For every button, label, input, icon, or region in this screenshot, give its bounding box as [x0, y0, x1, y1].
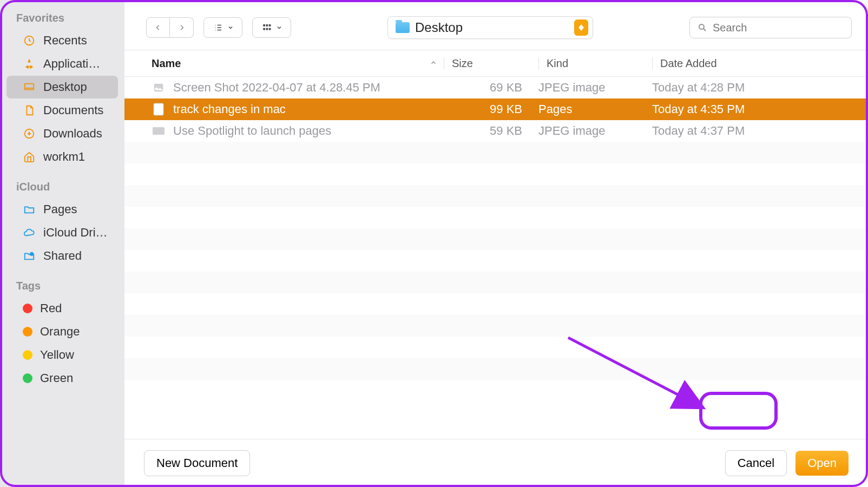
- home-icon: [23, 150, 36, 163]
- column-size[interactable]: Size: [444, 57, 538, 70]
- file-row[interactable]: track changes in mac 99 KB Pages Today a…: [124, 98, 868, 120]
- pages-file-icon: [152, 102, 166, 116]
- sidebar-label: Desktop: [43, 80, 87, 94]
- apps-icon: [23, 57, 36, 70]
- image-file-icon: [152, 124, 166, 138]
- forward-button[interactable]: [170, 17, 194, 38]
- file-date: Today at 4:28 PM: [652, 81, 868, 95]
- tag-dot-icon: [23, 350, 32, 360]
- cancel-button[interactable]: Cancel: [725, 450, 787, 476]
- sidebar-label: Downloads: [43, 127, 102, 141]
- sidebar-label: workm1: [43, 150, 85, 164]
- sidebar-item-pages[interactable]: Pages: [6, 198, 118, 221]
- column-headers: Name Size Kind Date Added: [124, 50, 868, 77]
- chevron-down-icon: [227, 24, 234, 31]
- location-label: Desktop: [415, 20, 569, 35]
- location-stepper-icon: [574, 19, 588, 36]
- file-name: Screen Shot 2022-04-07 at 4.28.45 PM: [173, 81, 380, 95]
- file-kind: JPEG image: [538, 81, 652, 95]
- sidebar-label: Shared: [43, 249, 82, 263]
- column-date[interactable]: Date Added: [652, 57, 868, 70]
- svg-point-10: [699, 24, 704, 29]
- clock-icon: [23, 34, 36, 47]
- tag-dot-icon: [23, 304, 32, 313]
- location-selector[interactable]: Desktop: [387, 16, 593, 39]
- view-list-button[interactable]: [203, 17, 242, 38]
- svg-rect-1: [25, 84, 34, 90]
- svg-rect-13: [153, 127, 165, 135]
- svg-rect-12: [154, 103, 163, 115]
- sidebar-label: Orange: [40, 325, 80, 339]
- sidebar: Favorites Recents Applicati… Desktop Doc…: [0, 0, 124, 487]
- nav-group: [146, 17, 194, 38]
- chevron-down-icon: [276, 24, 282, 31]
- shared-icon: [23, 249, 36, 262]
- sidebar-label: iCloud Dri…: [43, 226, 108, 240]
- sidebar-item-downloads[interactable]: Downloads: [6, 122, 118, 145]
- folder-icon: [396, 22, 410, 33]
- sidebar-tag-red[interactable]: Red: [6, 297, 118, 320]
- column-name-label: Name: [152, 57, 181, 70]
- file-row[interactable]: Use Spotlight to launch pages 59 KB JPEG…: [124, 120, 868, 142]
- download-icon: [23, 127, 36, 140]
- sidebar-item-shared[interactable]: Shared: [6, 245, 118, 267]
- new-document-button[interactable]: New Document: [144, 450, 250, 476]
- main-panel: Desktop Name Size Kind Date Added: [124, 0, 868, 487]
- file-name: Use Spotlight to launch pages: [173, 124, 331, 138]
- file-row[interactable]: Screen Shot 2022-04-07 at 4.28.45 PM 69 …: [124, 77, 868, 98]
- sidebar-tag-orange[interactable]: Orange: [6, 320, 118, 343]
- column-size-label: Size: [452, 57, 473, 69]
- svg-rect-9: [269, 28, 271, 30]
- tag-dot-icon: [23, 373, 32, 383]
- document-icon: [23, 104, 36, 117]
- file-name: track changes in mac: [173, 102, 286, 116]
- sidebar-label: Documents: [43, 103, 103, 117]
- file-kind: JPEG image: [538, 124, 652, 138]
- file-kind: Pages: [538, 102, 652, 116]
- search-input[interactable]: [713, 22, 844, 34]
- sidebar-section-favorites: Favorites: [0, 10, 124, 29]
- column-date-label: Date Added: [660, 57, 717, 69]
- svg-rect-4: [263, 24, 265, 27]
- sidebar-label: Applicati…: [43, 57, 100, 71]
- image-file-icon: [152, 81, 166, 95]
- sidebar-label: Yellow: [40, 348, 74, 362]
- svg-point-3: [30, 253, 34, 256]
- sidebar-label: Recents: [43, 34, 87, 48]
- search-icon: [698, 22, 707, 33]
- sidebar-section-tags: Tags: [0, 278, 124, 297]
- file-size: 69 KB: [444, 81, 538, 95]
- sidebar-label: Pages: [43, 202, 77, 216]
- sidebar-item-home[interactable]: workm1: [6, 146, 118, 168]
- folder-icon: [23, 203, 36, 216]
- svg-rect-7: [263, 28, 265, 30]
- sidebar-item-documents[interactable]: Documents: [6, 99, 118, 122]
- sort-asc-icon: [430, 59, 437, 68]
- svg-rect-6: [269, 24, 271, 27]
- sidebar-item-applications[interactable]: Applicati…: [6, 52, 118, 75]
- column-name[interactable]: Name: [152, 57, 444, 70]
- file-size: 99 KB: [444, 102, 538, 116]
- sidebar-item-icloud-drive[interactable]: iCloud Dri…: [6, 221, 118, 244]
- svg-rect-8: [266, 28, 268, 30]
- cloud-icon: [23, 226, 36, 239]
- svg-rect-5: [266, 24, 268, 27]
- view-grid-button[interactable]: [252, 17, 291, 38]
- file-date: Today at 4:35 PM: [652, 102, 868, 116]
- sidebar-section-icloud: iCloud: [0, 179, 124, 198]
- column-kind-label: Kind: [547, 57, 568, 69]
- tag-dot-icon: [23, 327, 32, 337]
- file-size: 59 KB: [444, 124, 538, 138]
- sidebar-label: Green: [40, 371, 73, 385]
- sidebar-tag-green[interactable]: Green: [6, 367, 118, 390]
- search-box[interactable]: [689, 17, 852, 38]
- footer: New Document Cancel Open: [124, 439, 868, 487]
- sidebar-tag-yellow[interactable]: Yellow: [6, 344, 118, 366]
- file-list: Screen Shot 2022-04-07 at 4.28.45 PM 69 …: [124, 77, 868, 439]
- sidebar-item-desktop[interactable]: Desktop: [6, 76, 118, 98]
- toolbar: Desktop: [124, 0, 868, 50]
- column-kind[interactable]: Kind: [538, 57, 652, 70]
- back-button[interactable]: [146, 17, 170, 38]
- sidebar-item-recents[interactable]: Recents: [6, 29, 118, 52]
- open-button[interactable]: Open: [795, 451, 849, 476]
